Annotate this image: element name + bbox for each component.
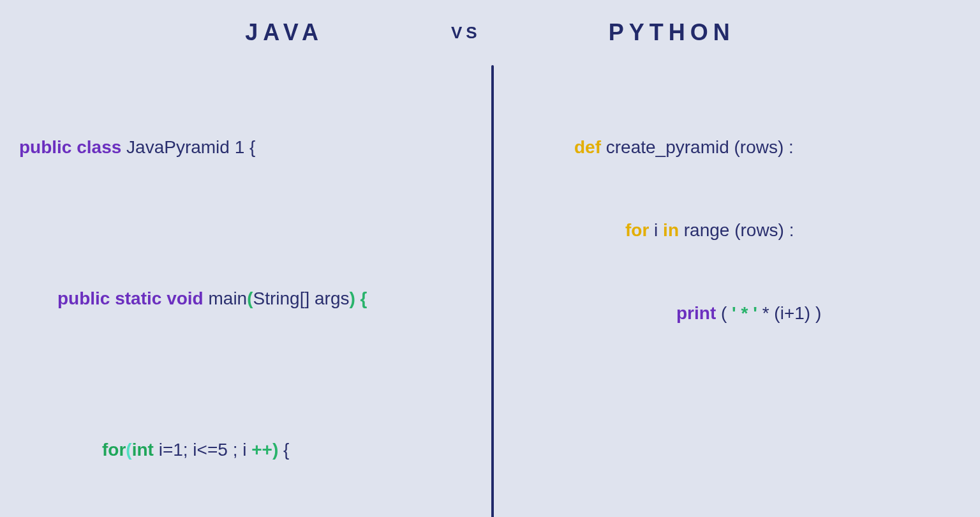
java-line-2: public static void main(String[] args) { <box>19 285 466 312</box>
main-args: String[] args <box>253 288 350 308</box>
expr-rest: * (i+1) ) <box>762 303 822 323</box>
java-line-1: public class JavaPyramid 1 { <box>19 133 466 161</box>
python-line-2: for i in range (rows) : <box>574 216 957 244</box>
kw-for: for <box>625 220 654 240</box>
paren-open: ( <box>126 440 131 460</box>
python-heading: PYTHON <box>609 19 735 46</box>
python-code-block: def create_pyramid (rows) : for i in ran… <box>574 78 957 382</box>
print-call: print <box>676 303 721 323</box>
paren-open: ( <box>247 288 253 308</box>
kw-in: in <box>663 220 684 240</box>
kw-def: def <box>574 137 606 157</box>
var-i: i <box>654 220 663 240</box>
comparison-root: JAVA VS PYTHON public class JavaPyramid … <box>0 0 980 517</box>
kw-psv: public static void <box>57 288 208 308</box>
header: JAVA VS PYTHON <box>0 0 980 71</box>
vertical-divider <box>491 65 494 517</box>
kw-public-class: public class <box>19 137 126 157</box>
python-line-1: def create_pyramid (rows) : <box>574 133 957 161</box>
main-name: main <box>208 288 247 308</box>
brace: { <box>283 440 289 460</box>
vs-label: VS <box>451 23 481 43</box>
kw-int: int <box>132 440 159 460</box>
func-name: create_pyramid (rows) : <box>606 137 794 157</box>
for-body: i=1; i<=5 ; i <box>159 440 252 460</box>
python-line-3: print ( ' * ' * (i+1) ) <box>574 299 957 327</box>
inc-paren: ++) <box>251 440 283 460</box>
paren-open: ( <box>721 303 732 323</box>
range-call: range (rows) : <box>684 220 794 240</box>
paren-close-brace: ) { <box>349 288 367 308</box>
class-name: JavaPyramid 1 { <box>126 137 255 157</box>
body-area: public class JavaPyramid 1 { public stat… <box>0 71 980 517</box>
kw-for: for <box>102 440 126 460</box>
java-heading: JAVA <box>245 19 323 46</box>
java-line-3: for(int i=1; i<=5 ; i ++) { <box>19 436 466 463</box>
star-literal: ' * ' <box>732 303 762 323</box>
java-code-block: public class JavaPyramid 1 { public stat… <box>19 78 466 517</box>
